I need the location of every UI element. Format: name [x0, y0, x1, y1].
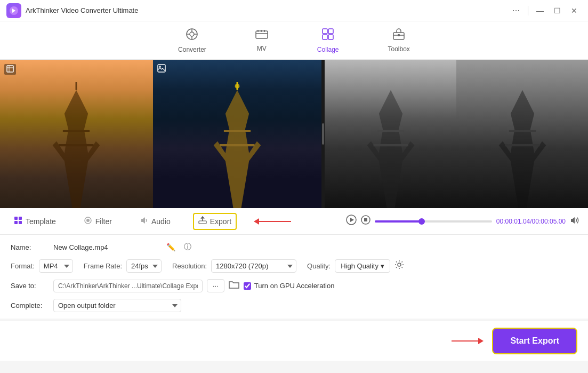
arrow-line: [259, 221, 291, 222]
svg-rect-22: [7, 66, 13, 72]
save-path-row: ··· Turn on GPU Acceleration: [53, 279, 334, 292]
filter-icon: [84, 216, 92, 227]
info-button[interactable]: ⓘ: [182, 241, 194, 253]
toolbar-template[interactable]: Template: [9, 213, 61, 230]
quality-gear-button[interactable]: [394, 260, 404, 272]
framerate-label: Frame Rate:: [84, 262, 122, 270]
save-path-input[interactable]: [53, 280, 203, 292]
preview-panel-gray2: [456, 60, 588, 208]
complete-select[interactable]: Open output folder Do nothing Shut down: [53, 299, 181, 312]
svg-point-40: [86, 219, 90, 222]
left-panels: [0, 60, 321, 208]
stop-button[interactable]: [361, 215, 370, 227]
svg-rect-13: [328, 29, 333, 34]
svg-rect-36: [19, 217, 22, 220]
collage-icon: [321, 28, 334, 44]
filename-input[interactable]: [53, 243, 160, 251]
start-export-button[interactable]: Start Export: [492, 328, 577, 354]
resolution-label: Resolution:: [172, 262, 207, 270]
preview-divider[interactable]: [321, 60, 325, 208]
format-row: Format: MP4 MOV AVI Frame Rate: 24fps 30…: [11, 259, 577, 273]
title-bar-left: ArkThinker Video Converter Ultimate: [6, 3, 138, 18]
maximize-button[interactable]: ☐: [550, 4, 565, 17]
svg-marker-44: [350, 218, 354, 222]
toolbar: Template Filter Audio Export: [0, 208, 588, 235]
edit-filename-button[interactable]: ✏️: [164, 242, 178, 252]
resolution-select[interactable]: 1280x720 (720p) 1920x1080 (1080p) 3840x2…: [211, 259, 296, 273]
title-bar: ArkThinker Video Converter Ultimate ⋯ — …: [0, 0, 588, 21]
svg-rect-15: [328, 35, 333, 39]
svg-rect-10: [264, 30, 265, 32]
complete-label: Complete:: [11, 301, 43, 309]
browse-button[interactable]: ···: [207, 279, 224, 292]
filter-label: Filter: [95, 217, 112, 226]
nav-converter-label: Converter: [178, 46, 206, 53]
quality-button[interactable]: High Quality ▾: [335, 259, 390, 273]
name-label: Name:: [11, 243, 43, 251]
progress-thumb: [418, 218, 425, 225]
saveto-row: Save to: ··· Turn on GPU Acceleration: [11, 279, 577, 292]
quality-group: Quality: High Quality ▾: [307, 259, 404, 273]
svg-rect-35: [14, 217, 18, 220]
template-label: Template: [26, 217, 56, 226]
current-time: 00:00:01.04: [496, 218, 530, 225]
volume-icon[interactable]: [570, 216, 579, 227]
export-arrow-head: [478, 338, 484, 344]
svg-point-28: [235, 84, 240, 89]
svg-rect-14: [323, 35, 327, 39]
export-arrow-line: [452, 340, 478, 342]
open-folder-button[interactable]: [229, 280, 239, 292]
app-logo: [6, 3, 21, 18]
format-select[interactable]: MP4 MOV AVI: [39, 259, 73, 273]
svg-rect-38: [19, 221, 22, 224]
filename-row: ✏️ ⓘ: [53, 241, 194, 253]
preview-panel-warm: [0, 60, 153, 208]
format-label: Format:: [11, 262, 35, 270]
gpu-check-input[interactable]: [244, 282, 251, 290]
minimize-button[interactable]: —: [533, 4, 547, 17]
total-time: 00:00:05.00: [532, 218, 566, 225]
name-row: Name: ✏️ ⓘ: [11, 241, 577, 253]
app-title: ArkThinker Video Converter Ultimate: [26, 6, 138, 14]
progress-bar[interactable]: [375, 220, 492, 223]
quality-label: Quality:: [307, 262, 331, 270]
framerate-group: Frame Rate: 24fps 30fps 60fps: [84, 259, 162, 273]
play-button[interactable]: [346, 215, 357, 228]
audio-icon: [140, 216, 148, 227]
quality-dropdown-icon: ▾: [381, 262, 384, 270]
nav-collage[interactable]: Collage: [309, 23, 348, 58]
preview-panel-gray1: [325, 60, 456, 208]
svg-marker-41: [141, 217, 145, 224]
menu-button[interactable]: ⋯: [509, 4, 523, 17]
template-icon: [14, 216, 22, 227]
nav-toolbox[interactable]: Toolbox: [380, 24, 418, 57]
svg-rect-9: [261, 30, 262, 32]
playback-controls: 00:00:01.04/00:00:05.00: [346, 215, 579, 228]
svg-point-2: [190, 32, 194, 36]
complete-row: Complete: Open output folder Do nothing …: [11, 299, 577, 312]
nav-mv-label: MV: [257, 45, 267, 52]
svg-point-48: [398, 263, 401, 266]
toolbar-audio[interactable]: Audio: [134, 213, 176, 230]
panel-indicator-2: [157, 64, 166, 75]
right-panels: [325, 60, 588, 208]
framerate-select[interactable]: 24fps 30fps 60fps: [126, 259, 162, 273]
svg-rect-42: [199, 221, 206, 224]
arrow-head: [254, 218, 259, 225]
gpu-checkbox[interactable]: Turn on GPU Acceleration: [244, 282, 335, 290]
bottom-bar: Start Export: [0, 321, 588, 361]
toolbox-icon: [392, 28, 405, 43]
format-group: Format: MP4 MOV AVI: [11, 259, 73, 273]
progress-fill: [375, 220, 422, 223]
svg-rect-29: [158, 65, 165, 72]
title-bar-controls: ⋯ — ☐ ✕: [509, 4, 582, 17]
toolbar-export[interactable]: Export: [193, 213, 237, 230]
nav-toolbox-label: Toolbox: [388, 45, 410, 53]
converter-icon: [186, 28, 198, 44]
toolbar-filter[interactable]: Filter: [78, 213, 117, 230]
svg-rect-12: [323, 29, 327, 34]
nav-converter[interactable]: Converter: [170, 23, 215, 58]
close-button[interactable]: ✕: [567, 4, 582, 17]
panel-indicator-1: [4, 64, 16, 75]
nav-mv[interactable]: MV: [247, 25, 277, 57]
